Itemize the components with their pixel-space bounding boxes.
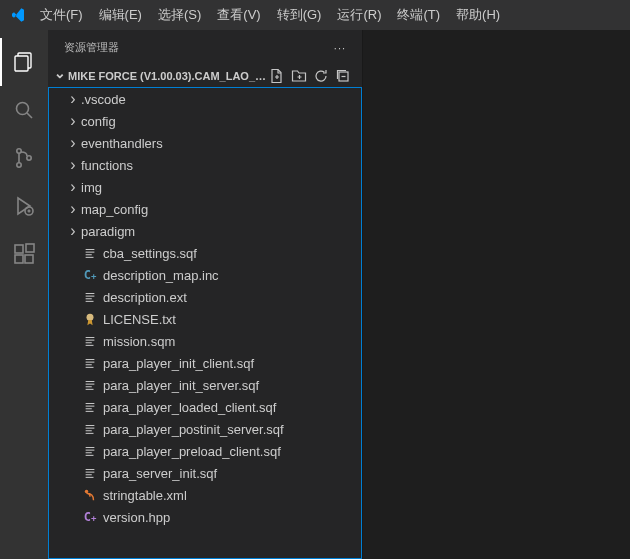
- folder-label: paradigm: [81, 224, 135, 239]
- refresh-button[interactable]: [312, 67, 330, 85]
- file-icon: [81, 418, 99, 440]
- project-actions: [268, 67, 358, 85]
- file-icon: [81, 286, 99, 308]
- tree-file[interactable]: cba_settings.sqf: [49, 242, 361, 264]
- file-icon: [81, 396, 99, 418]
- folder-label: eventhandlers: [81, 136, 163, 151]
- menu-bar: 文件(F)编辑(E)选择(S)查看(V)转到(G)运行(R)终端(T)帮助(H): [0, 0, 630, 30]
- new-file-button[interactable]: [268, 67, 286, 85]
- tree-file[interactable]: C+version.hpp: [49, 506, 361, 528]
- svg-rect-11: [26, 244, 34, 252]
- project-name: MIKE FORCE (V1.00.03).CAM_LAO_NAM: [68, 70, 268, 82]
- tree-folder[interactable]: eventhandlers: [49, 132, 361, 154]
- tree-folder[interactable]: map_config: [49, 198, 361, 220]
- tree-file[interactable]: mission.sqm: [49, 330, 361, 352]
- activity-run-debug[interactable]: [0, 182, 48, 230]
- svg-rect-1: [15, 56, 28, 71]
- file-icon: [81, 352, 99, 374]
- activity-search[interactable]: [0, 86, 48, 134]
- tree-folder[interactable]: config: [49, 110, 361, 132]
- tree-file[interactable]: para_player_init_client.sqf: [49, 352, 361, 374]
- file-label: version.hpp: [103, 510, 170, 525]
- chevron-right-icon: [65, 223, 81, 239]
- collapse-all-button[interactable]: [334, 67, 352, 85]
- tree-file[interactable]: description.ext: [49, 286, 361, 308]
- sidebar-more-icon[interactable]: ···: [334, 42, 346, 54]
- activity-bar: [0, 30, 48, 559]
- tree-file[interactable]: para_player_loaded_client.sqf: [49, 396, 361, 418]
- menu-item[interactable]: 选择(S): [150, 0, 209, 30]
- file-icon: [81, 462, 99, 484]
- tree-file[interactable]: para_player_preload_client.sqf: [49, 440, 361, 462]
- tree-folder[interactable]: .vscode: [49, 88, 361, 110]
- tree-file[interactable]: para_server_init.sqf: [49, 462, 361, 484]
- file-icon: [81, 330, 99, 352]
- file-label: para_player_init_server.sqf: [103, 378, 259, 393]
- svg-point-2: [17, 103, 29, 115]
- tree-file[interactable]: stringtable.xml: [49, 484, 361, 506]
- menu-item[interactable]: 转到(G): [269, 0, 330, 30]
- activity-source-control[interactable]: [0, 134, 48, 182]
- svg-rect-9: [15, 255, 23, 263]
- editor-area: [363, 30, 630, 559]
- file-icon: [81, 440, 99, 462]
- svg-rect-8: [15, 245, 23, 253]
- file-label: description.ext: [103, 290, 187, 305]
- chevron-down-icon: [52, 69, 68, 83]
- folder-label: .vscode: [81, 92, 126, 107]
- sidebar-title: 资源管理器: [64, 40, 119, 55]
- file-label: para_player_postinit_server.sqf: [103, 422, 284, 437]
- svg-rect-10: [25, 255, 33, 263]
- svg-point-4: [17, 149, 21, 153]
- tree-file[interactable]: para_player_init_server.sqf: [49, 374, 361, 396]
- tree-folder[interactable]: paradigm: [49, 220, 361, 242]
- file-label: mission.sqm: [103, 334, 175, 349]
- sidebar-title-bar: 资源管理器 ···: [48, 30, 362, 65]
- file-label: para_player_init_client.sqf: [103, 356, 254, 371]
- svg-point-6: [27, 156, 31, 160]
- chevron-right-icon: [65, 91, 81, 107]
- chevron-right-icon: [65, 201, 81, 217]
- menu-item[interactable]: 终端(T): [389, 0, 448, 30]
- menu-item[interactable]: 编辑(E): [91, 0, 150, 30]
- folder-label: functions: [81, 158, 133, 173]
- chevron-right-icon: [65, 113, 81, 129]
- menu-item[interactable]: 文件(F): [32, 0, 91, 30]
- folder-label: map_config: [81, 202, 148, 217]
- tree-folder[interactable]: functions: [49, 154, 361, 176]
- new-folder-button[interactable]: [290, 67, 308, 85]
- folder-label: img: [81, 180, 102, 195]
- activity-extensions[interactable]: [0, 230, 48, 278]
- file-icon: [81, 242, 99, 264]
- menu-item[interactable]: 运行(R): [329, 0, 389, 30]
- tree-folder[interactable]: img: [49, 176, 361, 198]
- file-icon: [81, 484, 99, 506]
- project-header[interactable]: MIKE FORCE (V1.00.03).CAM_LAO_NAM: [48, 65, 362, 87]
- activity-explorer[interactable]: [0, 38, 48, 86]
- file-icon: [81, 374, 99, 396]
- explorer-sidebar: 资源管理器 ··· MIKE FORCE (V1.00.03).CAM_LAO_…: [48, 30, 363, 559]
- tree-file[interactable]: LICENSE.txt: [49, 308, 361, 330]
- tree-file[interactable]: para_player_postinit_server.sqf: [49, 418, 361, 440]
- tree-file[interactable]: C+description_map.inc: [49, 264, 361, 286]
- file-tree: .vscodeconfigeventhandlersfunctionsimgma…: [48, 87, 362, 559]
- file-label: cba_settings.sqf: [103, 246, 197, 261]
- svg-line-3: [27, 113, 32, 118]
- file-label: description_map.inc: [103, 268, 219, 283]
- chevron-right-icon: [65, 179, 81, 195]
- file-label: para_server_init.sqf: [103, 466, 217, 481]
- svg-point-21: [87, 314, 94, 321]
- chevron-right-icon: [65, 157, 81, 173]
- menu-item[interactable]: 查看(V): [209, 0, 268, 30]
- file-label: para_player_preload_client.sqf: [103, 444, 281, 459]
- file-icon: [81, 308, 99, 330]
- file-icon: C+: [81, 264, 99, 286]
- file-label: LICENSE.txt: [103, 312, 176, 327]
- chevron-right-icon: [65, 135, 81, 151]
- file-icon: C+: [81, 506, 99, 528]
- vscode-logo-icon: [4, 1, 32, 29]
- file-label: para_player_loaded_client.sqf: [103, 400, 276, 415]
- menu-item[interactable]: 帮助(H): [448, 0, 508, 30]
- svg-point-5: [17, 163, 21, 167]
- menu-items: 文件(F)编辑(E)选择(S)查看(V)转到(G)运行(R)终端(T)帮助(H): [32, 0, 508, 30]
